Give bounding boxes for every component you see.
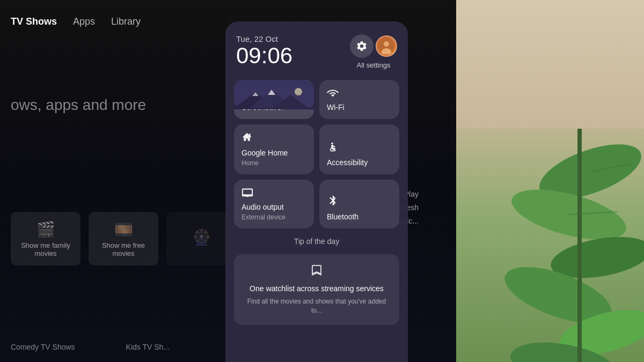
all-settings-label[interactable]: All settings [357,61,391,69]
tile-google-home[interactable]: Google Home Home [234,124,314,174]
screensaver-mountains-icon [234,84,314,108]
qs-datetime: Tue, 22 Oct 09:06 [236,34,292,68]
svg-point-19 [331,143,333,144]
nav-item-library[interactable]: Library [111,16,141,27]
home-icon [241,132,306,145]
nav-item-tv-shows[interactable]: TV Shows [11,16,57,27]
tile-audio-output-sublabel: External device [241,213,306,221]
bluetooth-symbol-icon [327,195,335,206]
nav-item-apps[interactable]: Apps [73,16,95,27]
settings-icon-button[interactable] [350,34,374,58]
qs-time: 09:06 [236,43,292,68]
tile-bluetooth-label: Bluetooth [327,212,392,221]
background-cards: 🎬 Show me family movies 🎞️ Show me free … [0,212,247,265]
tile-bluetooth[interactable]: Bluetooth [319,180,399,228]
tip-title: One watchlist across streaming services [250,284,384,293]
free-movies-icon: 🎞️ [114,220,133,238]
qs-header: Tue, 22 Oct 09:06 All settings [234,32,399,73]
tile-google-home-label: Google Home [241,149,306,157]
tile-audio-output[interactable]: Audio output External device [234,180,314,228]
plant-svg [472,107,644,362]
tile-wifi[interactable]: Wi-Fi [319,80,399,119]
qs-icons-row [350,34,397,58]
plant-area [456,0,644,362]
tile-audio-output-label: Audio output [241,203,306,211]
tile-accessibility-label: Accessibility [327,158,392,167]
svg-point-10 [384,41,389,47]
bg-card-free-movies: 🎞️ Show me free movies [89,212,158,265]
bg-card-family: 🎬 Show me family movies [11,212,80,265]
qs-header-right: All settings [350,34,397,69]
kids-label: Kids TV Sh... [126,343,170,351]
qs-date: Tue, 22 Oct [236,34,292,43]
monitor-icon [241,187,253,197]
tile-accessibility[interactable]: Accessibility [319,124,399,174]
background-text: ows, apps and more [11,97,146,114]
wifi-icon [327,87,392,100]
accessibility-icon [327,142,392,155]
tip-of-day-card: One watchlist across streaming services … [234,254,399,325]
wifi-signal-icon [327,87,339,97]
accessibility-figure-icon [327,142,338,152]
avatar-image [378,38,394,54]
svg-point-13 [295,88,302,95]
bottom-section: Comedy TV Shows Kids TV Sh... [0,343,180,351]
google-home-icon [241,132,252,143]
qs-tiles-grid: Screensaver Wi-Fi Google Home Home [234,80,399,228]
tip-of-day-header: Tip of the day [234,235,399,248]
wall-bg [456,0,644,129]
screensaver-bg [234,80,314,109]
user-avatar[interactable] [376,35,397,57]
family-movies-icon: 🎬 [36,220,55,238]
comedy-label: Comedy TV Shows [11,343,75,351]
tile-screensaver[interactable]: Screensaver [234,80,314,119]
bluetooth-icon [327,195,392,209]
tile-wifi-label: Wi-Fi [327,103,392,112]
quick-settings-panel: Tue, 22 Oct 09:06 All settings [225,21,408,362]
bookmark-icon [311,264,322,280]
reel-icon: 🎡 [192,228,211,246]
bookmark-symbol-icon [311,264,322,277]
tip-description: Find all the movies and shows that you'v… [243,297,391,315]
gear-icon [356,40,368,52]
audio-output-icon [241,187,306,200]
tile-google-home-sublabel: Home [241,159,306,167]
free-movies-label: Show me free movies [93,241,154,257]
family-movies-label: Show me family movies [15,241,76,257]
